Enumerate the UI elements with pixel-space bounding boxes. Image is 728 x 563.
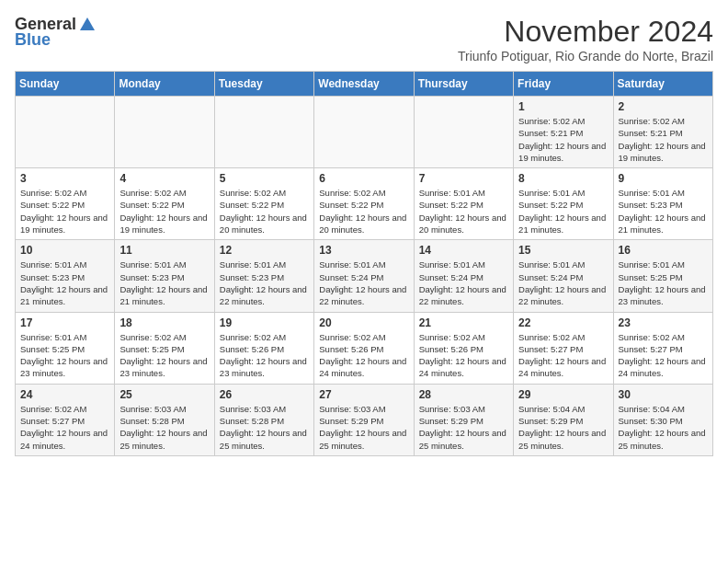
day-info: Sunrise: 5:02 AM Sunset: 5:25 PM Dayligh… — [119, 331, 209, 380]
calendar-day-cell: 15Sunrise: 5:01 AM Sunset: 5:24 PM Dayli… — [514, 240, 613, 312]
calendar-day-cell: 24Sunrise: 5:02 AM Sunset: 5:27 PM Dayli… — [16, 384, 115, 455]
day-of-week-header: Wednesday — [314, 72, 414, 97]
day-info: Sunrise: 5:02 AM Sunset: 5:21 PM Dayligh… — [619, 115, 708, 164]
day-number: 15 — [518, 244, 608, 257]
calendar-week-row: 1Sunrise: 5:02 AM Sunset: 5:21 PM Daylig… — [16, 97, 713, 168]
day-info: Sunrise: 5:02 AM Sunset: 5:22 PM Dayligh… — [220, 187, 309, 236]
day-number: 18 — [119, 316, 209, 329]
day-info: Sunrise: 5:01 AM Sunset: 5:25 PM Dayligh… — [20, 331, 109, 380]
calendar-day-cell: 22Sunrise: 5:02 AM Sunset: 5:27 PM Dayli… — [514, 312, 613, 384]
day-number: 6 — [319, 172, 408, 185]
title-block: November 2024 Triunfo Potiguar, Rio Gran… — [458, 15, 713, 63]
calendar-day-cell: 17Sunrise: 5:01 AM Sunset: 5:25 PM Dayli… — [16, 312, 115, 384]
day-number: 9 — [619, 172, 708, 185]
calendar-day-cell: 26Sunrise: 5:03 AM Sunset: 5:28 PM Dayli… — [214, 384, 313, 455]
day-of-week-header: Tuesday — [214, 72, 313, 97]
calendar-day-cell: 20Sunrise: 5:02 AM Sunset: 5:26 PM Dayli… — [314, 312, 414, 384]
day-number: 29 — [518, 388, 608, 401]
svg-marker-0 — [80, 17, 95, 30]
calendar-day-cell: 23Sunrise: 5:02 AM Sunset: 5:27 PM Dayli… — [613, 312, 712, 384]
day-number: 5 — [220, 172, 309, 185]
day-number: 19 — [220, 316, 309, 329]
day-info: Sunrise: 5:01 AM Sunset: 5:24 PM Dayligh… — [518, 259, 608, 307]
calendar-week-row: 17Sunrise: 5:01 AM Sunset: 5:25 PM Dayli… — [16, 312, 713, 384]
day-info: Sunrise: 5:02 AM Sunset: 5:26 PM Dayligh… — [419, 331, 508, 380]
calendar-day-cell — [16, 97, 115, 168]
day-number: 7 — [419, 172, 508, 185]
location-subtitle: Triunfo Potiguar, Rio Grande do Norte, B… — [458, 49, 713, 63]
calendar-day-cell: 21Sunrise: 5:02 AM Sunset: 5:26 PM Dayli… — [414, 312, 513, 384]
calendar-day-cell: 2Sunrise: 5:02 AM Sunset: 5:21 PM Daylig… — [613, 97, 712, 168]
day-number: 21 — [419, 316, 508, 329]
day-of-week-header: Friday — [514, 72, 613, 97]
logo: General Blue — [15, 15, 98, 50]
calendar-day-cell: 7Sunrise: 5:01 AM Sunset: 5:22 PM Daylig… — [414, 168, 513, 240]
day-info: Sunrise: 5:01 AM Sunset: 5:23 PM Dayligh… — [619, 187, 708, 236]
day-info: Sunrise: 5:02 AM Sunset: 5:27 PM Dayligh… — [619, 331, 708, 380]
day-number: 30 — [619, 388, 708, 401]
day-number: 10 — [20, 244, 109, 257]
day-info: Sunrise: 5:02 AM Sunset: 5:26 PM Dayligh… — [319, 331, 408, 380]
calendar-day-cell: 19Sunrise: 5:02 AM Sunset: 5:26 PM Dayli… — [214, 312, 313, 384]
day-info: Sunrise: 5:03 AM Sunset: 5:29 PM Dayligh… — [419, 403, 508, 452]
day-number: 22 — [518, 316, 608, 329]
day-number: 23 — [619, 316, 708, 329]
day-info: Sunrise: 5:04 AM Sunset: 5:30 PM Dayligh… — [619, 403, 708, 452]
calendar-day-cell: 28Sunrise: 5:03 AM Sunset: 5:29 PM Dayli… — [414, 384, 513, 455]
day-info: Sunrise: 5:02 AM Sunset: 5:22 PM Dayligh… — [119, 187, 209, 236]
day-info: Sunrise: 5:01 AM Sunset: 5:22 PM Dayligh… — [419, 187, 508, 236]
day-info: Sunrise: 5:01 AM Sunset: 5:24 PM Dayligh… — [319, 259, 408, 307]
month-title: November 2024 — [458, 15, 713, 49]
calendar-day-cell — [214, 97, 313, 168]
day-info: Sunrise: 5:02 AM Sunset: 5:22 PM Dayligh… — [20, 187, 109, 236]
calendar-header-row: SundayMondayTuesdayWednesdayThursdayFrid… — [16, 72, 713, 97]
calendar-day-cell: 30Sunrise: 5:04 AM Sunset: 5:30 PM Dayli… — [613, 384, 712, 455]
day-number: 16 — [619, 244, 708, 257]
day-info: Sunrise: 5:03 AM Sunset: 5:28 PM Dayligh… — [119, 403, 209, 452]
day-number: 14 — [419, 244, 508, 257]
day-number: 17 — [20, 316, 109, 329]
day-number: 11 — [119, 244, 209, 257]
day-number: 3 — [20, 172, 109, 185]
day-number: 4 — [119, 172, 209, 185]
page-header: General Blue November 2024 Triunfo Potig… — [15, 15, 713, 63]
day-info: Sunrise: 5:01 AM Sunset: 5:25 PM Dayligh… — [619, 259, 708, 307]
calendar-day-cell: 5Sunrise: 5:02 AM Sunset: 5:22 PM Daylig… — [214, 168, 313, 240]
day-of-week-header: Monday — [115, 72, 214, 97]
calendar-day-cell: 29Sunrise: 5:04 AM Sunset: 5:29 PM Dayli… — [514, 384, 613, 455]
day-info: Sunrise: 5:01 AM Sunset: 5:22 PM Dayligh… — [518, 187, 608, 236]
calendar-day-cell: 13Sunrise: 5:01 AM Sunset: 5:24 PM Dayli… — [314, 240, 414, 312]
calendar-day-cell: 11Sunrise: 5:01 AM Sunset: 5:23 PM Dayli… — [115, 240, 214, 312]
day-number: 28 — [419, 388, 508, 401]
calendar-day-cell: 6Sunrise: 5:02 AM Sunset: 5:22 PM Daylig… — [314, 168, 414, 240]
day-info: Sunrise: 5:02 AM Sunset: 5:26 PM Dayligh… — [220, 331, 309, 380]
day-info: Sunrise: 5:01 AM Sunset: 5:23 PM Dayligh… — [220, 259, 309, 307]
day-info: Sunrise: 5:01 AM Sunset: 5:23 PM Dayligh… — [20, 259, 109, 307]
calendar-week-row: 3Sunrise: 5:02 AM Sunset: 5:22 PM Daylig… — [16, 168, 713, 240]
calendar-day-cell: 18Sunrise: 5:02 AM Sunset: 5:25 PM Dayli… — [115, 312, 214, 384]
day-number: 2 — [619, 100, 708, 113]
calendar-day-cell: 12Sunrise: 5:01 AM Sunset: 5:23 PM Dayli… — [214, 240, 313, 312]
calendar-day-cell: 9Sunrise: 5:01 AM Sunset: 5:23 PM Daylig… — [613, 168, 712, 240]
calendar-day-cell: 4Sunrise: 5:02 AM Sunset: 5:22 PM Daylig… — [115, 168, 214, 240]
day-number: 8 — [518, 172, 608, 185]
calendar-day-cell: 25Sunrise: 5:03 AM Sunset: 5:28 PM Dayli… — [115, 384, 214, 455]
logo-blue: Blue — [15, 30, 51, 50]
day-info: Sunrise: 5:02 AM Sunset: 5:27 PM Dayligh… — [518, 331, 608, 380]
calendar-day-cell — [314, 97, 414, 168]
calendar-day-cell: 14Sunrise: 5:01 AM Sunset: 5:24 PM Dayli… — [414, 240, 513, 312]
calendar-day-cell: 1Sunrise: 5:02 AM Sunset: 5:21 PM Daylig… — [514, 97, 613, 168]
day-of-week-header: Sunday — [16, 72, 115, 97]
day-of-week-header: Thursday — [414, 72, 513, 97]
day-number: 25 — [119, 388, 209, 401]
calendar-week-row: 24Sunrise: 5:02 AM Sunset: 5:27 PM Dayli… — [16, 384, 713, 455]
day-number: 13 — [319, 244, 408, 257]
day-info: Sunrise: 5:03 AM Sunset: 5:28 PM Dayligh… — [220, 403, 309, 452]
day-number: 24 — [20, 388, 109, 401]
day-number: 1 — [518, 100, 608, 113]
day-info: Sunrise: 5:03 AM Sunset: 5:29 PM Dayligh… — [319, 403, 408, 452]
calendar-day-cell: 3Sunrise: 5:02 AM Sunset: 5:22 PM Daylig… — [16, 168, 115, 240]
day-of-week-header: Saturday — [613, 72, 712, 97]
day-info: Sunrise: 5:01 AM Sunset: 5:24 PM Dayligh… — [419, 259, 508, 307]
day-info: Sunrise: 5:04 AM Sunset: 5:29 PM Dayligh… — [518, 403, 608, 452]
